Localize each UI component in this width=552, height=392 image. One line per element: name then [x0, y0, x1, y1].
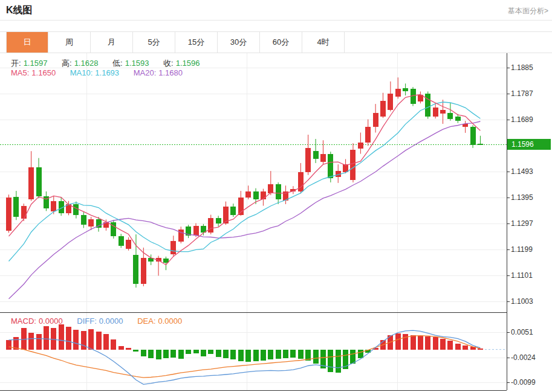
ma20-value: 1.1680	[158, 68, 183, 77]
dea-value: 0.0000	[158, 316, 183, 326]
ma20-label: MA20:	[134, 68, 157, 77]
high-label: 高:	[62, 59, 72, 68]
diff-label: DIFF:	[77, 316, 97, 326]
ma10-value: 1.1693	[95, 68, 119, 77]
y-axis-label: -0.0024	[511, 353, 536, 362]
y-axis-label: 1.1101	[511, 271, 533, 280]
low-label: 低:	[112, 59, 123, 68]
ma-legend: MA5:1.1650 MA10:1.1693 MA20:1.1680	[11, 68, 185, 77]
ma5-label: MA5:	[11, 68, 29, 77]
dea-label: DEA:	[137, 316, 155, 326]
close-value: 1.1596	[176, 59, 200, 68]
ohlc-legend: 开:1.1597 高:1.1628 低:1.1593 收:1.1596	[11, 58, 202, 69]
y-axis-label: 1.1395	[511, 193, 533, 202]
ma5-value: 1.1650	[31, 68, 56, 77]
close-label: 收:	[163, 59, 174, 68]
kline-page: K线图 基本面分析> 日周月5分15分30分60分4时 开:1.1597 高:1…	[0, 0, 552, 392]
high-value: 1.1628	[74, 59, 99, 68]
y-axis-label: 1.1689	[511, 115, 533, 124]
macd-label: MACD:	[11, 316, 36, 326]
low-value: 1.1593	[125, 59, 149, 68]
ma10-label: MA10:	[70, 68, 93, 77]
y-axis-label: 1.1297	[511, 219, 533, 228]
y-axis-label: 1.1003	[511, 297, 533, 306]
current-price-tag: 1.1596	[507, 139, 551, 150]
open-value: 1.1597	[24, 59, 48, 68]
y-axis-label: 1.1493	[511, 167, 533, 176]
y-axis-label: 1.1787	[511, 89, 533, 98]
macd-legend: MACD:0.0000 DIFF:0.0000 DEA:0.0000	[11, 316, 184, 326]
y-axis-label: 0.0051	[511, 327, 533, 337]
y-axis-label: 1.1885	[511, 63, 533, 72]
y-axis-label: 1.1199	[511, 245, 533, 254]
diff-value: 0.0000	[99, 316, 123, 326]
candles-layer	[6, 77, 483, 288]
macd-value: 0.0000	[39, 316, 63, 326]
y-axis-label: -0.0099	[511, 378, 536, 387]
open-label: 开:	[11, 59, 21, 68]
